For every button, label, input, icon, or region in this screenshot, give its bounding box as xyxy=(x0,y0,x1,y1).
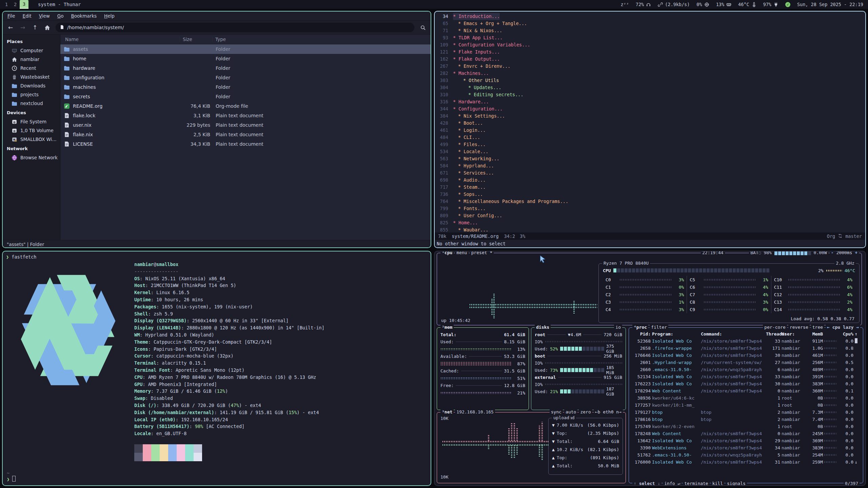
workspace-3[interactable]: 3 xyxy=(20,0,28,9)
btop-filter-button[interactable]: filter xyxy=(650,325,668,330)
search-button[interactable] xyxy=(419,25,427,30)
status-cpu[interactable]: 0% xyxy=(696,2,709,7)
status-battery[interactable]: 97% xyxy=(763,2,778,7)
file-row-configuration[interactable]: configurationFolder xyxy=(60,73,431,82)
file-row-flake-nix[interactable]: flake.nix2,5 KiBPlain text document xyxy=(60,130,431,139)
column-size[interactable]: Size xyxy=(180,37,212,42)
process-row-51762[interactable]: 51762.emacs-31.0.50-/nix/store/wnqz5pa8r… xyxy=(629,451,863,459)
column-name[interactable]: Name xyxy=(60,37,180,42)
process-row-2658[interactable]: 2658.firefox-wrappe/nix/store/sm8fmrf3wp… xyxy=(629,345,863,352)
menu-file[interactable]: File xyxy=(7,13,15,19)
column-type[interactable]: Type xyxy=(212,37,431,42)
proc-terminate-button[interactable]: terminate xyxy=(683,481,709,486)
sidebar-item-nambiar[interactable]: nambiar xyxy=(3,55,60,64)
sidebar-item-recent[interactable]: Recent xyxy=(3,64,60,73)
btop-io-button[interactable]: io xyxy=(614,325,622,330)
menu-go[interactable]: Go xyxy=(57,13,64,19)
process-row-38936[interactable]: 38936kworker/u64:6-kc1root0B0.0 xyxy=(629,394,863,402)
terminal-window[interactable]: ❯ fastfetch nambiar@smallbox------------… xyxy=(2,251,431,486)
file-row-license[interactable]: LICENSE34,3 KiBPlain text document xyxy=(60,139,431,149)
proc-info-button[interactable]: info ↵ xyxy=(663,481,682,486)
status-clock[interactable]: Sun, 28 Sep 2025 - 22:19 xyxy=(797,2,863,7)
sidebar-item-file-system[interactable]: File System xyxy=(3,117,60,126)
sidebar-item-projects[interactable]: projects xyxy=(3,90,60,99)
status-health[interactable]: ✓ xyxy=(785,2,790,7)
btop-sort-selector[interactable]: ← cpu lazy → xyxy=(826,325,860,330)
btop-percore-button[interactable]: per-core xyxy=(763,325,787,330)
process-row-178248[interactable]: 178248Web Content/nix/store/sm8fmrf3wps4… xyxy=(629,430,863,437)
btop-sync-button[interactable]: sync xyxy=(550,409,563,414)
back-button[interactable]: ← xyxy=(7,24,14,31)
process-row-176223[interactable]: 176223Isolated Web Co/nix/store/sm8fmrf3… xyxy=(629,380,863,387)
sidebar-item-browse-network[interactable]: Browse Network xyxy=(3,153,60,162)
process-row-179127[interactable]: 179127btopbtop2nambiar7.3M0.0 xyxy=(629,409,863,416)
text-icon xyxy=(64,141,70,147)
menu-edit[interactable]: Edit xyxy=(23,13,32,19)
proc-scrollbar[interactable] xyxy=(855,338,857,343)
mem-cached: Cached:31.5 GiB xyxy=(440,367,525,374)
proc-kill-button[interactable]: kill xyxy=(711,481,724,486)
sidebar-item-wastebasket[interactable]: Wastebasket xyxy=(3,73,60,81)
home-button[interactable] xyxy=(43,25,51,30)
process-row-176646[interactable]: 176646Isolated Web Co/nix/store/sm8fmrf3… xyxy=(629,352,863,359)
btop-tree-button[interactable]: tree xyxy=(811,325,824,330)
folder-icon xyxy=(64,46,70,52)
core-C13: C132% xyxy=(774,298,852,306)
status-idle[interactable]: zᶻᶻ xyxy=(620,2,629,7)
org-heading-line: 384* Nix Settings... xyxy=(435,113,865,120)
btop-preset-button[interactable]: preset * xyxy=(470,251,494,255)
process-row-52134[interactable]: 52134Isolated Web Co/nix/store/sm8fmrf3w… xyxy=(629,373,863,380)
workspace-2[interactable]: 2 xyxy=(11,0,20,9)
btop-iface-switcher[interactable]: ←b eth0 n→ xyxy=(594,409,623,414)
file-row-home[interactable]: homeFolder xyxy=(60,54,431,63)
process-row-176000[interactable]: 176000Isolated Web Co/nix/store/sm8fmrf3… xyxy=(629,459,863,466)
sidebar-item-1-0-tb-volume[interactable]: 1,0 TB Volume xyxy=(3,126,60,135)
btop-reverse-button[interactable]: reverse xyxy=(788,325,810,330)
sidebar-item-nextcloud[interactable]: nextcloud xyxy=(3,99,60,108)
org-heading-line: 303* Other Utils xyxy=(435,77,865,84)
status-volume[interactable]: 72% xyxy=(636,2,651,7)
file-row-assets[interactable]: assetsFolder xyxy=(60,44,431,54)
status-temperature[interactable]: 46°C xyxy=(738,2,756,7)
nixos-logo xyxy=(12,261,124,399)
up-button[interactable]: ↑ xyxy=(31,24,39,31)
btop-zero-button[interactable]: zero xyxy=(579,409,592,414)
btop-auto-button[interactable]: auto xyxy=(564,409,577,414)
file-row-user-nix[interactable]: user.nix229 bytesPlain text document xyxy=(60,120,431,130)
core-C7: C74% xyxy=(690,291,768,298)
file-row-flake-lock[interactable]: flake.lock3,1 KiBPlain text document xyxy=(60,111,431,120)
sidebar-item-smallbox-wi[interactable]: SMALLBOX Wi... xyxy=(3,135,60,144)
status-memory[interactable]: 13% xyxy=(716,2,731,7)
process-row-178616[interactable]: 178616btopbtop2nambiar7.4M0.0 xyxy=(629,416,863,423)
git-branch-name: master xyxy=(845,233,862,239)
fetch-entry-memory: Memory: 7.37 GiB / 61.46 GiB (12%) xyxy=(134,388,324,395)
process-row-2601[interactable]: 2601.Hyprland-wrapp/run/current-system/s… xyxy=(629,359,863,366)
file-row-hardware[interactable]: hardwareFolder xyxy=(60,63,431,73)
file-row-readme-org[interactable]: README.org76,4 KiBOrg-mode file xyxy=(60,101,431,111)
workspace-1[interactable]: 1 xyxy=(2,0,11,9)
forward-button[interactable]: → xyxy=(19,24,26,31)
menu-bookmarks[interactable]: Bookmarks xyxy=(71,13,97,19)
process-row-175749[interactable]: 175749kworker/6:2-even1root0B0.0 xyxy=(629,423,863,430)
sidebar-item-downloads[interactable]: Downloads xyxy=(3,81,60,90)
menu-view[interactable]: View xyxy=(39,13,50,19)
process-row-13642[interactable]: 13642Isolated Web Co/nix/store/sm8fmrf3w… xyxy=(629,437,863,444)
process-row-3390[interactable]: 3390WebExtensions/nix/store/sm8fmrf3wps4… xyxy=(629,444,863,451)
process-row-2660[interactable]: 2660.emacs-31.0.50-/nix/store/wnqz5pa8ra… xyxy=(629,366,863,373)
emacs-buffer[interactable]: 34* Introduction...65* Emacs + Org + Tan… xyxy=(435,12,865,233)
process-row-52368[interactable]: 52368Isolated Web Co/nix/store/sm8fmrf3w… xyxy=(629,338,863,345)
org-heading-line: 344* Configuration... xyxy=(435,105,865,113)
proc-signals-button[interactable]: signals xyxy=(726,481,747,486)
menu-help[interactable]: Help xyxy=(104,13,115,19)
status-network[interactable]: (2.9kb/s) xyxy=(658,2,690,7)
file-row-secrets[interactable]: secretsFolder xyxy=(60,92,431,101)
process-row-177257[interactable]: 177257kworker/10:1-mm_1root0B0.0 xyxy=(629,402,863,409)
path-bar[interactable]: /home/nambiar/system/ xyxy=(56,23,414,32)
fetch-entry-disk: Disk (/): 338.49 GiB / 720.20 GiB (47%) … xyxy=(134,402,324,409)
process-row-178294[interactable]: 178294Web Content/nix/store/sm8fmrf3wps4… xyxy=(629,387,863,394)
waybar: 123 system - Thunar zᶻᶻ72%(2.9kb/s)0%13%… xyxy=(0,0,868,9)
file-row-machines[interactable]: machinesFolder xyxy=(60,82,431,92)
btop-interval-control[interactable]: - 2000ms + xyxy=(830,251,859,255)
btop-menu-button[interactable]: menu xyxy=(455,251,468,255)
sidebar-item-computer[interactable]: Computer xyxy=(3,46,60,55)
